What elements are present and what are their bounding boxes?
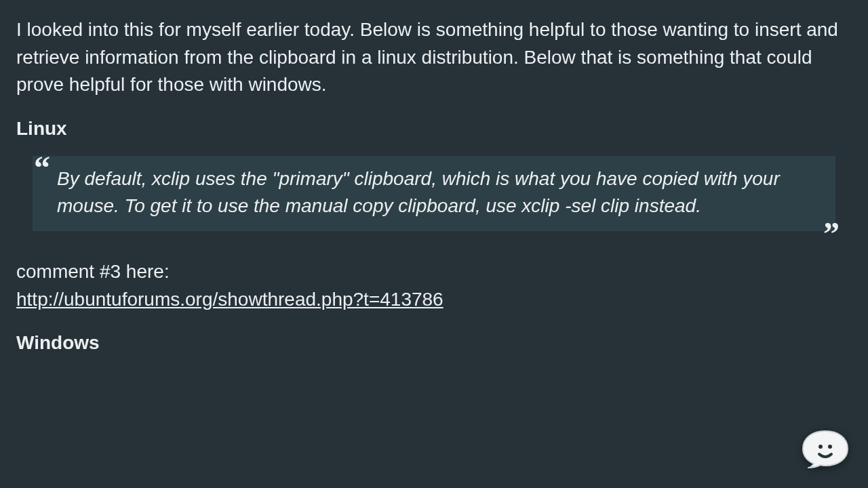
linux-heading: Linux [16,118,852,140]
comment-source-label: comment #3 here: [16,258,852,286]
chat-widget-button[interactable] [799,428,852,469]
open-quote-icon: “ [34,152,50,184]
windows-heading: Windows [16,332,852,354]
blockquote-text: By default, xclip uses the "primary" cli… [33,156,835,231]
svg-point-0 [818,445,823,449]
svg-point-1 [828,445,832,449]
ubuntu-forums-link[interactable]: http://ubuntuforums.org/showthread.php?t… [16,286,443,314]
close-quote-icon: ” [823,218,840,250]
linux-blockquote: “ By default, xclip uses the "primary" c… [33,156,835,231]
intro-paragraph: I looked into this for myself earlier to… [16,16,852,99]
